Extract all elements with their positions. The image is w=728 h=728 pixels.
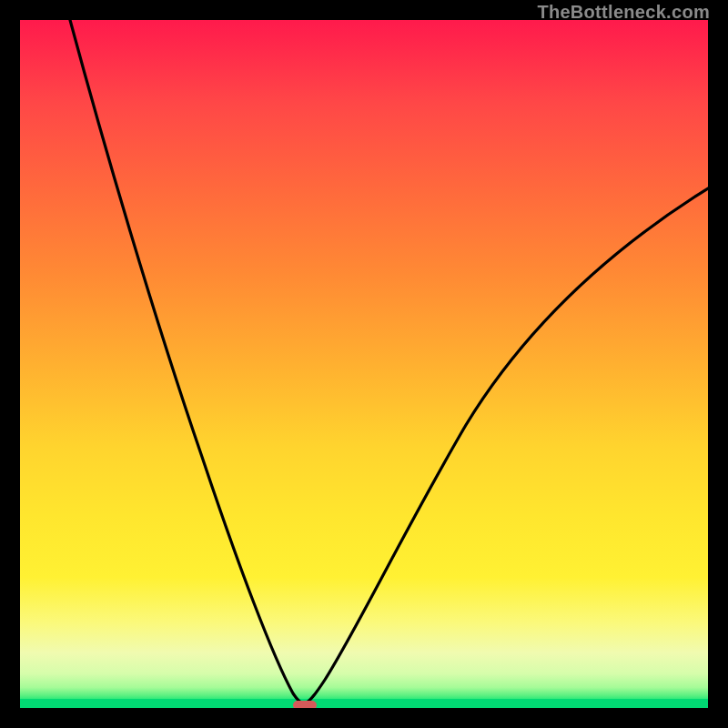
plot-area (20, 20, 708, 708)
bottleneck-curve (20, 20, 708, 708)
curve-right-branch (304, 188, 708, 703)
chart-frame: TheBottleneck.com (0, 0, 728, 728)
watermark-text: TheBottleneck.com (537, 2, 710, 23)
optimal-marker (293, 701, 317, 708)
curve-left-branch (70, 20, 304, 703)
